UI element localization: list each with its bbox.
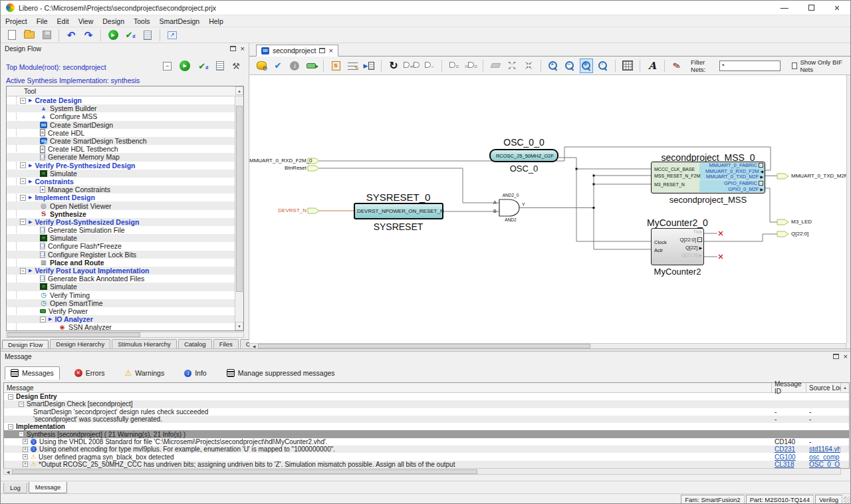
tab-design-flow[interactable]: Design Flow [2, 340, 49, 349]
message-row[interactable]: +iUsing onehot encoding for type mvl9plu… [4, 445, 849, 453]
pin-label-m3-led[interactable]: M3_LED [791, 219, 812, 225]
expander-icon[interactable]: − [8, 394, 13, 400]
message-row[interactable]: −Synthesis [secondproject] ( 21 Warning(… [4, 430, 849, 438]
tab-log[interactable]: Log [3, 483, 27, 493]
minimize-button[interactable]: — [781, 4, 789, 12]
tree-item[interactable]: ◷Open SmartTime [7, 299, 235, 307]
menu-item-help[interactable]: Help [204, 16, 228, 27]
tree-item[interactable]: −▶Create Design [7, 96, 235, 104]
port-table-button[interactable]: ▶ [362, 59, 376, 73]
invert-gate-button[interactable]: ND [464, 59, 477, 73]
column-message[interactable]: Message [4, 383, 771, 392]
tree-item[interactable]: ◎Open Netlist Viewer [7, 201, 235, 209]
column-source-loc[interactable]: Source Loc [806, 383, 840, 392]
new-project-button[interactable] [5, 29, 19, 42]
message-row[interactable]: −SmartDesign Check [secondproject] [4, 400, 849, 408]
netlist-attributes-button[interactable] [346, 59, 359, 73]
zoom-window-button[interactable]: ▫ [596, 59, 610, 73]
flow-run-button[interactable]: ▶ [180, 61, 190, 71]
message-horizontal-scrollbar[interactable]: ◀ [3, 468, 841, 475]
sd-file-button[interactable]: S [329, 59, 342, 73]
tree-item[interactable]: ≡Create HDL Testbench [7, 145, 235, 153]
add-port-button[interactable] [304, 59, 318, 73]
maximize-button[interactable] [808, 5, 814, 11]
zoom-fit-button[interactable]: ✥ [580, 59, 593, 73]
message-row[interactable]: +⚠User defined pragma syn_black_box dete… [4, 453, 849, 460]
show-bif-nets-checkbox[interactable] [792, 63, 798, 69]
menu-item-file[interactable]: File [32, 16, 53, 27]
tree-item[interactable]: ❏Generate Simulation File [7, 226, 235, 234]
tree-item[interactable]: ≋Simulate [7, 234, 235, 242]
message-tab-errors[interactable]: ✕Errors [69, 367, 110, 379]
message-id-cell[interactable]: CG100 [771, 453, 806, 460]
expander-icon[interactable]: − [19, 402, 24, 407]
eraser-button[interactable] [489, 59, 502, 73]
tree-item[interactable]: −▶Verify Pre-Synthesized Design [7, 162, 235, 170]
tab-message[interactable]: Message [29, 482, 68, 493]
schematic-canvas[interactable]: OSC_0_0 RCOSC_25_50MHZ_O2F OSC_0 SYSRESE… [249, 75, 846, 343]
tab-catalog[interactable]: Catalog [178, 339, 212, 348]
promote-gate-button[interactable]: D [447, 59, 461, 73]
tree-item[interactable]: −▶Implement Design [7, 193, 235, 201]
undo-button[interactable]: ↶ [64, 29, 78, 42]
menu-item-edit[interactable]: Edit [53, 16, 74, 27]
tree-item[interactable]: ≋Simulate [7, 170, 235, 178]
message-tab-info[interactable]: iInfo [179, 367, 212, 379]
tree-item[interactable]: −▶Verify Post Layout Implementation [7, 267, 235, 275]
message-row[interactable]: +iUsing the VHDL 2008 Standard for file … [4, 438, 849, 445]
tree-item[interactable]: ❏Configure Flash*Freeze [7, 242, 235, 250]
tree-item[interactable]: ≋Simulate [7, 283, 235, 291]
pin-label-q22[interactable]: Q[22:0] [791, 231, 808, 237]
tree-item[interactable]: ❏Generate Back Annotated Files [7, 275, 235, 283]
expander-icon[interactable]: − [20, 98, 26, 104]
expander-icon[interactable]: − [20, 219, 26, 225]
expander-icon[interactable]: − [8, 424, 13, 430]
generate-component-button[interactable] [255, 59, 268, 73]
collapse-all-canvas-button[interactable]: ↘↙↗↖ [522, 59, 535, 73]
menu-item-view[interactable]: View [74, 16, 98, 27]
mss-block[interactable]: MCCC_CLK_BASEMSS_RESET_N_F2MM3_RESET_NMM… [651, 162, 765, 193]
message-tab-manage-suppressed-messages[interactable]: Manage suppressed messages [221, 367, 340, 379]
tree-item[interactable]: Verify Power [7, 307, 235, 315]
close-button[interactable]: × [834, 4, 840, 12]
message-id-cell[interactable]: CD231 [771, 445, 806, 453]
message-tab-messages[interactable]: Messages [5, 366, 60, 380]
open-project-button[interactable] [22, 29, 37, 42]
tree-column-header[interactable]: Tool [7, 86, 243, 96]
counter-block[interactable]: ClockAclrTickQ[22:0]−Q[22]▶Q[21:0]▶ [651, 228, 704, 265]
auto-connect-button[interactable]: ⇄ [404, 59, 420, 73]
tree-item[interactable]: −▶IO Analyzer [7, 315, 235, 323]
scroll-up-icon[interactable]: ▲ [235, 86, 243, 95]
expander-icon[interactable]: − [20, 162, 26, 168]
tree-item[interactable]: ❏Generate Memory Map [7, 153, 235, 161]
grid-toggle-button[interactable] [621, 59, 634, 73]
collapse-all-button[interactable]: − [163, 62, 172, 70]
zoom-out-button[interactable]: − [563, 59, 576, 73]
float-tab-icon[interactable] [319, 48, 325, 53]
tree-item[interactable]: ≡Create HDL [7, 129, 235, 137]
message-row[interactable]: SmartDesign 'secondproject' design rules… [4, 408, 849, 416]
source-loc-cell[interactable]: osc_comp [806, 453, 840, 460]
message-row[interactable]: +⚠*Output RCOSC_25_50MHZ_CCC has undrive… [4, 461, 849, 468]
source-loc-cell[interactable]: OSC_0_OS [806, 461, 840, 468]
expander-icon[interactable]: + [23, 461, 28, 467]
port-group-expander-icon[interactable]: − [759, 181, 763, 186]
expander-icon[interactable]: + [23, 447, 28, 452]
verify-button[interactable]: ✔d [123, 29, 138, 42]
menu-item-smartdesign[interactable]: SmartDesign [154, 16, 204, 27]
tree-horizontal-scrollbar[interactable] [6, 332, 244, 338]
tree-item[interactable]: ◷Verify Timing [7, 291, 235, 299]
expander-icon[interactable]: + [23, 439, 28, 444]
disconnect-button[interactable]: ⌐ [423, 59, 436, 73]
export-button[interactable]: ↗ [165, 29, 180, 42]
tab-stimulus-hierarchy[interactable]: Stimulus Hierarchy [112, 339, 177, 348]
save-button[interactable] [39, 29, 54, 42]
add-text-button[interactable]: A [646, 59, 659, 73]
run-button[interactable]: ▶ [106, 29, 120, 42]
sysreset-block[interactable]: DEVRST_N POWER_ON_RESET_N [354, 203, 443, 219]
tab-design-hierarchy[interactable]: Design Hierarchy [50, 339, 110, 348]
resize-grip[interactable] [844, 497, 851, 504]
tree-item[interactable]: ▦Place and Route [7, 259, 235, 267]
message-tab-warnings[interactable]: ⚠Warnings [119, 367, 170, 379]
menu-item-project[interactable]: Project [1, 16, 32, 27]
